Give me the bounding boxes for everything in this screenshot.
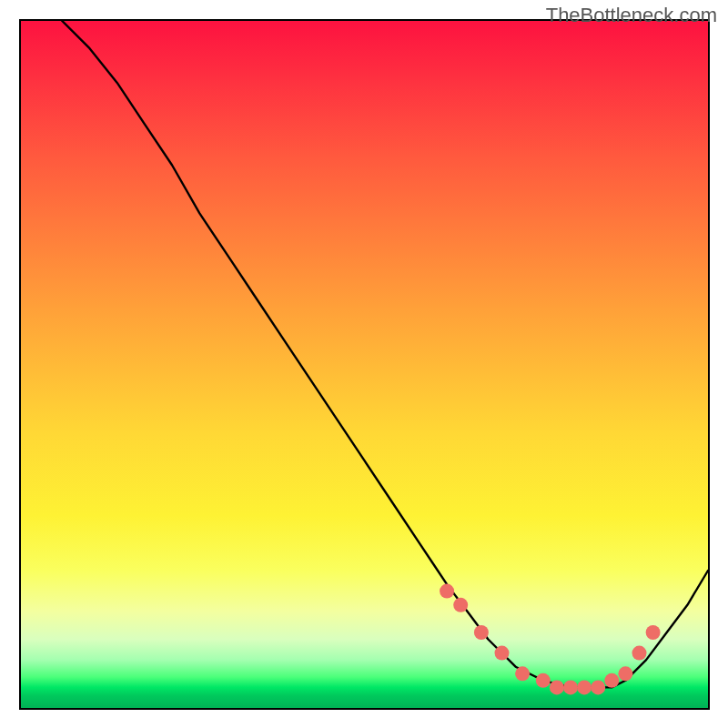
bottleneck-curve (62, 21, 708, 687)
highlight-dot (550, 680, 564, 694)
highlight-dot (618, 666, 632, 681)
highlight-dot (632, 646, 647, 661)
chart-svg (21, 21, 708, 708)
highlight-dot (563, 680, 578, 694)
highlight-dot (591, 680, 605, 694)
highlight-dot (453, 598, 468, 612)
highlight-dot (604, 673, 619, 688)
watermark-text: TheBottleneck.com (546, 4, 717, 27)
highlight-dot (577, 680, 592, 694)
plot-area (19, 19, 710, 710)
highlight-dot (536, 673, 551, 688)
highlight-dot (646, 625, 661, 640)
highlight-dot (515, 666, 530, 681)
highlight-dot (474, 625, 489, 640)
chart-root: TheBottleneck.com (0, 0, 728, 728)
highlight-dot (440, 584, 454, 599)
highlight-dots (440, 584, 660, 695)
highlight-dot (495, 646, 510, 661)
